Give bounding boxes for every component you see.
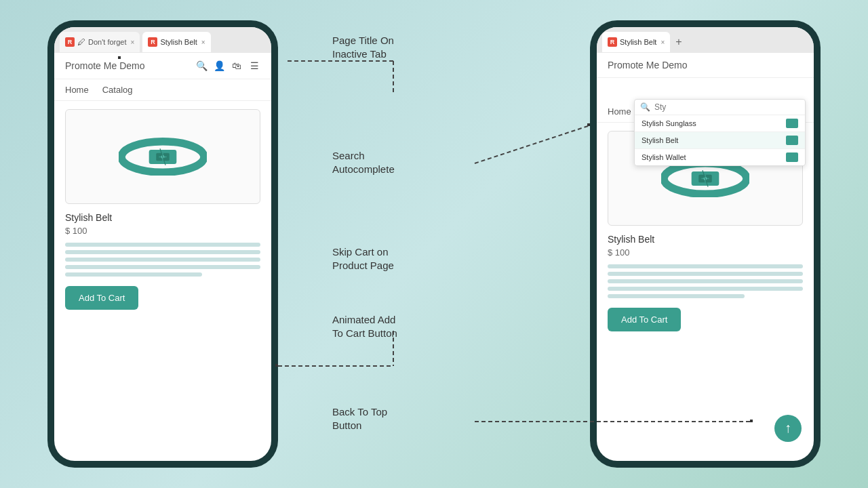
search-input-right[interactable] <box>654 102 800 112</box>
product-image-left <box>65 109 260 204</box>
favicon-left-tab1: R <box>65 37 75 47</box>
back-to-top-button[interactable]: ↑ <box>774 415 802 442</box>
desc-line-2 <box>65 250 260 254</box>
autocomplete-list: Stylish Sunglass Stylish Belt Stylish Wa… <box>635 115 805 165</box>
search-icon-right: 🔍 <box>640 102 650 112</box>
store-logo-right: Promote Me Demo <box>608 60 687 70</box>
right-tab-label: Stylish Belt <box>620 38 656 46</box>
desc-line-5 <box>65 272 202 277</box>
store-logo-left: Promote Me Demo <box>65 60 144 71</box>
cart-icon-left[interactable]: 🛍 <box>231 60 243 72</box>
browser-tabs-right: R Stylish Belt × + <box>597 27 814 53</box>
product-price-left: $ 100 <box>65 226 260 236</box>
favicon-left-tab2: R <box>148 37 157 47</box>
right-phone: R Stylish Belt × + Promote Me Demo 🔍 Sty… <box>590 20 821 468</box>
back-to-top-arrow-icon: ↑ <box>785 421 791 434</box>
store-header-right: Promote Me Demo <box>597 53 814 78</box>
tab1-close[interactable]: × <box>131 39 135 46</box>
annotation-back-to-top: Back To Top Button <box>332 405 387 432</box>
tab-dont-forget[interactable]: R 🖊 Don't forget × <box>60 32 140 52</box>
search-bar-row: 🔍 <box>635 100 805 115</box>
add-to-cart-left[interactable]: Add To Cart <box>65 286 138 310</box>
header-icons-left: 🔍 👤 🛍 ☰ <box>195 60 260 72</box>
add-to-cart-right[interactable]: Add To Cart <box>608 308 681 331</box>
tab-stylish-belt-right[interactable]: R Stylish Belt × <box>602 32 670 52</box>
desc-line-3 <box>65 258 260 262</box>
browser-tabs-left: R 🖊 Don't forget × R Stylish Belt × <box>54 27 271 53</box>
search-autocomplete-panel: 🔍 Stylish Sunglass Stylish Belt Stylish … <box>634 99 806 166</box>
nav-home-left[interactable]: Home <box>65 85 89 95</box>
autocomplete-label-2: Stylish Wallet <box>642 153 686 161</box>
annotation-page-title: Page Title On Inactive Tab <box>332 34 394 60</box>
right-phone-inner: R Stylish Belt × + Promote Me Demo 🔍 Sty… <box>597 27 814 461</box>
product-name-right: Stylish Belt <box>608 234 803 245</box>
autocomplete-badge-1 <box>786 136 798 145</box>
desc-line-r5 <box>608 294 745 298</box>
tab1-label: Don't forget <box>88 38 127 46</box>
account-icon-left[interactable]: 👤 <box>213 60 225 72</box>
store-nav-left: Home Catalog <box>54 79 271 101</box>
menu-icon-left[interactable]: ☰ <box>248 60 260 72</box>
autocomplete-badge-2 <box>786 152 798 162</box>
nav-catalog-left[interactable]: Catalog <box>102 85 133 95</box>
tab-stylish-belt-left[interactable]: R Stylish Belt × <box>142 32 210 52</box>
nav-home-right[interactable]: Home <box>608 106 631 117</box>
autocomplete-label-0: Stylish Sunglass <box>642 119 696 127</box>
store-header-left: Promote Me Demo 🔍 👤 🛍 ☰ <box>54 53 271 79</box>
annotation-skip-cart: Skip Cart on Product Page <box>332 245 394 272</box>
new-tab-button[interactable]: + <box>675 36 682 48</box>
left-phone-inner: R 🖊 Don't forget × R Stylish Belt × Prom… <box>54 27 271 461</box>
svg-line-17 <box>475 125 590 163</box>
right-tab-close[interactable]: × <box>660 39 665 46</box>
autocomplete-item-2[interactable]: Stylish Wallet <box>635 149 805 165</box>
tab1-note-icon: 🖊 <box>77 37 85 47</box>
annotation-search: Search Autocomplete <box>332 149 395 176</box>
autocomplete-label-1: Stylish Belt <box>642 136 678 144</box>
desc-line-4 <box>65 265 260 269</box>
autocomplete-item-0[interactable]: Stylish Sunglass <box>635 115 805 132</box>
product-area-left: Stylish Belt $ 100 Add To Cart <box>54 101 271 318</box>
description-left <box>65 243 260 277</box>
desc-line-r1 <box>608 264 803 268</box>
desc-line-r3 <box>608 279 803 283</box>
search-icon-left[interactable]: 🔍 <box>195 60 208 72</box>
tab2-close[interactable]: × <box>201 39 205 46</box>
autocomplete-badge-0 <box>786 119 798 128</box>
tab2-label: Stylish Belt <box>160 38 197 46</box>
belt-image-left <box>119 138 207 176</box>
autocomplete-item-1[interactable]: Stylish Belt <box>635 132 805 149</box>
desc-line-r2 <box>608 272 803 276</box>
desc-line-1 <box>65 243 260 247</box>
favicon-right-tab: R <box>608 37 617 47</box>
annotation-animated-add: Animated Add To Cart Button <box>332 313 397 340</box>
description-right <box>608 264 803 298</box>
product-name-left: Stylish Belt <box>65 212 260 223</box>
desc-line-r4 <box>608 287 803 291</box>
product-price-right: $ 100 <box>608 247 803 258</box>
left-phone: R 🖊 Don't forget × R Stylish Belt × Prom… <box>47 20 278 468</box>
